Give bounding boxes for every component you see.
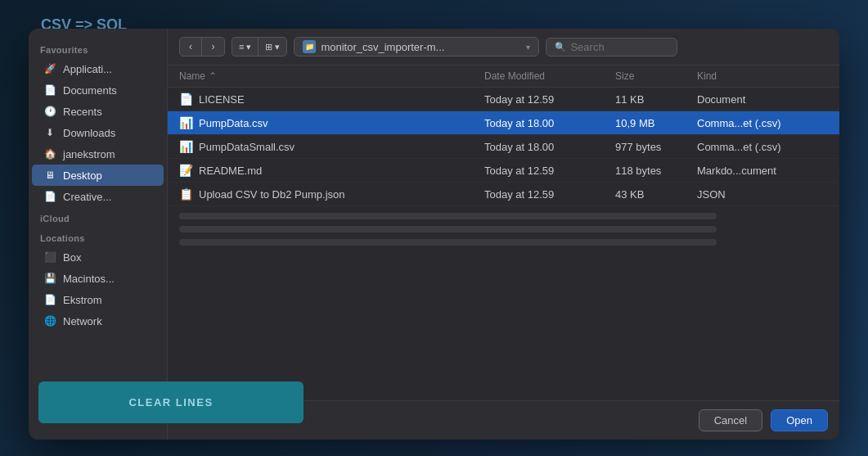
- sidebar-item-ekstrom[interactable]: 📄 Ekstrom: [32, 289, 164, 310]
- home-icon: 🏠: [43, 147, 56, 160]
- sidebar-item-label: Macintos...: [63, 273, 115, 285]
- list-view-chevron: ▾: [246, 42, 251, 52]
- file-date: Today at 18.00: [484, 117, 615, 129]
- view-buttons: ≡ ▾ ⊞ ▾: [232, 37, 287, 56]
- documents-icon: 📄: [43, 84, 56, 97]
- sidebar-item-documents[interactable]: 📄 Documents: [32, 79, 164, 101]
- downloads-icon: ⬇: [43, 126, 56, 139]
- file-kind: Comma...et (.csv): [697, 117, 828, 129]
- grid-view-icon: ⊞: [265, 42, 272, 52]
- open-button[interactable]: Open: [771, 409, 828, 431]
- list-view-button[interactable]: ≡ ▾: [232, 37, 258, 56]
- file-date: Today at 12.59: [484, 165, 615, 177]
- col-header-date[interactable]: Date Modified: [484, 70, 615, 82]
- search-box: 🔍: [546, 38, 677, 56]
- sidebar-item-label: Documents: [63, 84, 117, 97]
- col-size-label: Size: [615, 70, 634, 82]
- sidebar-item-applications[interactable]: 🚀 Applicati...: [32, 58, 164, 79]
- applications-icon: 🚀: [43, 62, 56, 75]
- clear-lines-button[interactable]: CLEAR LINES: [38, 382, 304, 423]
- file-csv-icon: 📊: [179, 115, 192, 130]
- col-header-name[interactable]: Name ⌃: [179, 70, 484, 82]
- table-row[interactable]: 📊 PumpData.csv Today at 18.00 10,9 MB Co…: [168, 111, 839, 135]
- sidebar-item-recents[interactable]: 🕐 Recents: [32, 101, 164, 122]
- location-pill[interactable]: 📁 monitor_csv_importer-m... ▾: [294, 37, 539, 56]
- file-kind: JSON: [697, 188, 828, 201]
- sidebar-item-label: Ekstrom: [63, 294, 102, 306]
- col-kind-label: Kind: [697, 70, 717, 82]
- sidebar-item-downloads[interactable]: ⬇ Downloads: [32, 122, 164, 143]
- file-kind: Document: [697, 93, 828, 106]
- back-button[interactable]: ‹: [179, 37, 202, 56]
- file-date: Today at 18.00: [484, 141, 615, 153]
- file-size: 43 KB: [615, 188, 697, 201]
- sidebar-item-label: Network: [63, 315, 102, 327]
- box-icon: ⬛: [43, 251, 56, 264]
- grid-view-button[interactable]: ⊞ ▾: [258, 37, 287, 56]
- sidebar-item-janekstrom[interactable]: 🏠 janekstrom: [32, 143, 164, 165]
- sidebar-item-label: Box: [63, 251, 81, 264]
- recents-icon: 🕐: [43, 105, 56, 118]
- locations-label: Locations: [29, 227, 167, 246]
- sidebar-item-network[interactable]: 🌐 Network: [32, 310, 164, 332]
- file-kind: Comma...et (.csv): [697, 141, 828, 153]
- sidebar-item-label: Applicati...: [63, 63, 112, 75]
- table-row[interactable]: 📝 README.md Today at 12.59 118 bytes Mar…: [168, 159, 839, 183]
- file-name: README.md: [199, 165, 262, 177]
- table-row[interactable]: 📋 Upload CSV to Db2 Pump.json Today at 1…: [168, 183, 839, 206]
- file-md-icon: 📝: [179, 163, 192, 178]
- file-size: 11 KB: [615, 93, 697, 106]
- table-row[interactable]: 📊 PumpDataSmall.csv Today at 18.00 977 b…: [168, 135, 839, 159]
- forward-button[interactable]: ›: [202, 37, 225, 56]
- file-name: Upload CSV to Db2 Pump.json: [199, 188, 344, 201]
- file-kind: Markdo...cument: [697, 165, 828, 177]
- col-header-size[interactable]: Size: [615, 70, 697, 82]
- sidebar-item-label: Downloads: [63, 127, 115, 139]
- list-view-icon: ≡: [239, 42, 244, 52]
- file-list-header: Name ⌃ Date Modified Size Kind: [168, 65, 839, 88]
- folder-icon: 📁: [303, 40, 316, 53]
- file-date: Today at 12.59: [484, 188, 615, 201]
- sidebar-item-desktop[interactable]: 🖥 Desktop: [32, 165, 164, 186]
- file-size: 10,9 MB: [615, 117, 697, 129]
- file-name: LICENSE: [199, 93, 245, 106]
- file-csv-icon: 📊: [179, 139, 192, 154]
- desktop-icon: 🖥: [43, 169, 56, 182]
- favourites-label: Favourites: [29, 38, 167, 58]
- grid-view-chevron: ▾: [275, 42, 280, 52]
- file-doc-icon: 📄: [179, 92, 192, 106]
- col-date-label: Date Modified: [484, 70, 545, 82]
- nav-buttons: ‹ ›: [179, 37, 225, 56]
- sidebar-item-label: Desktop: [63, 169, 102, 182]
- location-chevron-icon: ▾: [526, 43, 530, 52]
- file-date: Today at 12.59: [484, 93, 615, 106]
- table-row[interactable]: 📄 LICENSE Today at 12.59 11 KB Document: [168, 88, 839, 111]
- sidebar-item-macintos[interactable]: 💾 Macintos...: [32, 268, 164, 289]
- sort-icon: ⌃: [209, 70, 217, 82]
- file-name: PumpData.csv: [199, 117, 268, 129]
- creative-icon: 📄: [43, 190, 56, 203]
- network-icon: 🌐: [43, 314, 56, 327]
- col-name-label: Name: [179, 70, 205, 82]
- sidebar-item-label: janekstrom: [63, 148, 115, 160]
- empty-area: [168, 213, 839, 311]
- col-header-kind[interactable]: Kind: [697, 70, 828, 82]
- file-dialog: Favourites 🚀 Applicati... 📄 Documents 🕐 …: [29, 29, 839, 440]
- file-json-icon: 📋: [179, 187, 192, 201]
- sidebar: Favourites 🚀 Applicati... 📄 Documents 🕐 …: [29, 29, 168, 440]
- file-list: 📄 LICENSE Today at 12.59 11 KB Document …: [168, 88, 839, 400]
- file-name: PumpDataSmall.csv: [199, 141, 295, 153]
- search-input[interactable]: [570, 41, 668, 53]
- disk-icon: 💾: [43, 272, 56, 285]
- file-size: 118 bytes: [615, 165, 697, 177]
- sidebar-item-label: Recents: [63, 106, 102, 118]
- cancel-button[interactable]: Cancel: [699, 409, 762, 431]
- sidebar-item-creative[interactable]: 📄 Creative...: [32, 186, 164, 207]
- icloud-label: iCloud: [29, 207, 167, 227]
- sidebar-item-label: Creative...: [63, 191, 111, 203]
- file-size: 977 bytes: [615, 141, 697, 153]
- toolbar: ‹ › ≡ ▾ ⊞ ▾ 📁 monitor_csv_importer-m...: [168, 29, 839, 65]
- search-icon: 🔍: [555, 42, 566, 52]
- ekstrom-icon: 📄: [43, 293, 56, 306]
- sidebar-item-box[interactable]: ⬛ Box: [32, 246, 164, 268]
